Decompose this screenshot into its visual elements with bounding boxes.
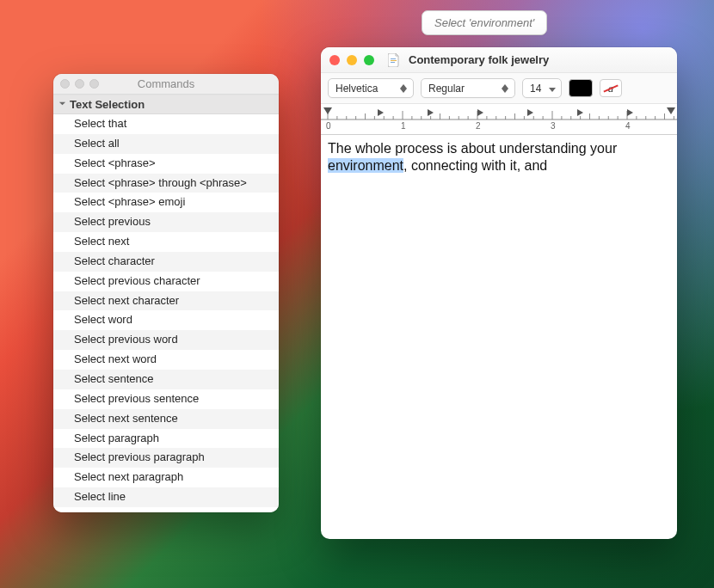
section-title: Text Selection — [70, 98, 145, 111]
first-line-indent-marker[interactable] — [323, 104, 332, 119]
commands-titlebar[interactable]: Commands — [53, 74, 279, 95]
ruler-number: 1 — [401, 121, 406, 131]
document-body[interactable]: The whole process is about understanding… — [321, 135, 677, 539]
font-size-value: 14 — [530, 83, 541, 95]
command-item[interactable]: Select previous paragraph — [53, 448, 279, 468]
chevron-down-icon — [549, 83, 556, 95]
command-item[interactable]: Select <phrase> emoji — [53, 193, 279, 212]
font-size-select[interactable]: 14 — [522, 78, 562, 98]
command-item[interactable]: Select previous character — [53, 272, 279, 291]
command-item[interactable]: Select next — [53, 232, 279, 252]
svg-rect-0 — [391, 58, 396, 59]
svg-rect-2 — [391, 62, 395, 63]
body-text-after: , connecting with it, and — [403, 158, 547, 173]
command-item[interactable]: Select previous line — [53, 507, 279, 512]
command-item[interactable]: Select next word — [53, 350, 279, 370]
command-item[interactable]: Select character — [53, 252, 279, 272]
font-weight-value: Regular — [428, 83, 465, 95]
stepper-icon — [501, 84, 509, 93]
font-family-value: Helvetica — [335, 83, 378, 95]
ruler-number: 4 — [625, 121, 631, 131]
tab-stop-marker[interactable] — [527, 104, 534, 119]
command-item[interactable]: Select paragraph — [53, 429, 279, 449]
voice-command-tooltip: Select 'environment' — [422, 10, 547, 35]
chevron-down-icon — [58, 100, 66, 109]
command-item[interactable]: Select line — [53, 487, 279, 507]
tab-stop-marker[interactable] — [428, 104, 434, 119]
ruler-number: 2 — [476, 121, 481, 131]
desktop: Select 'environment' Commands Text Selec… — [0, 0, 714, 588]
command-item[interactable]: Select <phrase> through <phrase> — [53, 174, 279, 193]
svg-rect-1 — [391, 60, 397, 61]
textedit-window: Contemporary folk jewelry Helvetica Regu… — [321, 47, 677, 539]
document-icon — [388, 53, 400, 67]
close-icon[interactable] — [329, 55, 340, 65]
tab-stop-marker[interactable] — [577, 104, 584, 119]
command-item[interactable]: Select sentence — [53, 370, 279, 389]
document-title: Contemporary folk jewelry — [409, 53, 549, 66]
commands-window-title: Commands — [53, 77, 279, 90]
tab-stop-marker[interactable] — [378, 104, 385, 119]
command-item[interactable]: Select next paragraph — [53, 468, 279, 487]
stepper-icon — [399, 84, 408, 93]
command-item[interactable]: Select previous word — [53, 330, 279, 350]
ruler-number: 0 — [326, 121, 331, 131]
command-item[interactable]: Select next sentence — [53, 409, 279, 429]
commands-window: Commands Text Selection Select thatSelec… — [53, 74, 279, 512]
formatting-toolbar: Helvetica Regular 14 a — [321, 73, 677, 104]
textedit-titlebar[interactable]: Contemporary folk jewelry — [321, 47, 677, 73]
command-item[interactable]: Select previous sentence — [53, 389, 279, 409]
command-item[interactable]: Select previous — [53, 212, 279, 232]
text-color-swatch[interactable] — [569, 79, 593, 97]
right-indent-marker[interactable] — [667, 104, 675, 119]
command-item[interactable]: Select <phrase> — [53, 154, 279, 174]
body-text-before: The whole process is about understanding… — [328, 141, 617, 156]
text-style-button[interactable]: a — [600, 79, 622, 97]
commands-list: Select thatSelect allSelect <phrase>Sele… — [53, 114, 279, 512]
command-item[interactable]: Select next character — [53, 291, 279, 311]
zoom-icon[interactable] — [364, 55, 374, 65]
ruler-number: 3 — [551, 121, 556, 131]
selected-text: environment — [328, 158, 403, 173]
font-family-select[interactable]: Helvetica — [328, 78, 414, 98]
command-item[interactable]: Select all — [53, 134, 279, 154]
minimize-icon[interactable] — [347, 55, 357, 65]
font-weight-select[interactable]: Regular — [421, 78, 515, 98]
section-header-text-selection[interactable]: Text Selection — [53, 95, 279, 114]
tab-stop-marker[interactable] — [627, 104, 634, 119]
tab-stop-marker[interactable] — [477, 104, 484, 119]
command-item[interactable]: Select that — [53, 114, 279, 134]
command-item[interactable]: Select word — [53, 310, 279, 330]
ruler[interactable]: 01234 — [321, 104, 677, 135]
